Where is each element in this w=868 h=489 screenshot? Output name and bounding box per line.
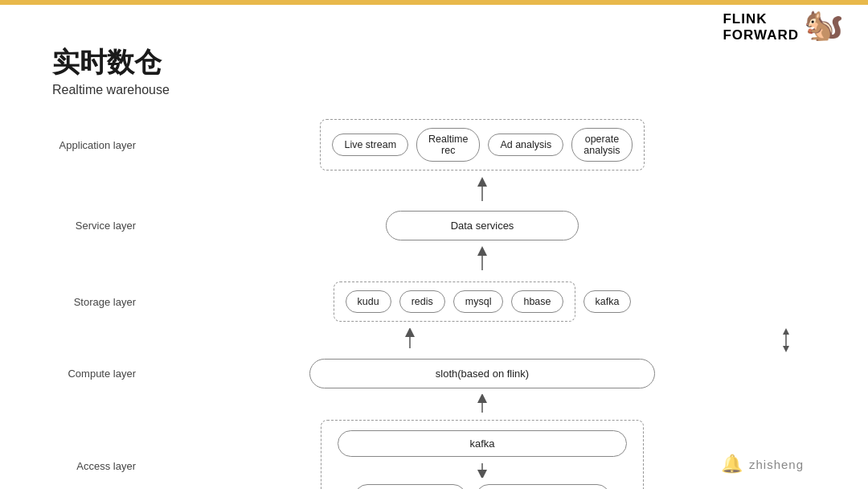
arrow-kafka-down xyxy=(338,463,627,478)
arrow-service-storage xyxy=(149,246,816,274)
application-layer-label: Application layer xyxy=(52,139,149,151)
access-dashed-box: kafka NDC(data transfer) xyxy=(321,420,644,489)
node-operate-analysis: operateanalysis xyxy=(571,128,632,162)
application-dashed-box: Live stream Realtimerec Ad analysis oper… xyxy=(320,119,644,171)
watermark: 🔔 zhisheng xyxy=(721,454,804,475)
node-data-services: Data services xyxy=(386,211,579,240)
node-realtime-rec: Realtimerec xyxy=(416,128,480,162)
watermark-icon: 🔔 xyxy=(721,454,743,475)
compute-layer: Compute layer sloth(based on flink) xyxy=(52,351,816,396)
watermark-text: zhisheng xyxy=(749,458,804,471)
application-layer-content: Live stream Realtimerec Ad analysis oper… xyxy=(149,119,816,171)
node-kafka-access: kafka xyxy=(338,430,627,457)
top-bar xyxy=(0,0,868,5)
access-layer: Access layer kafka xyxy=(52,416,816,489)
logo-area: FLINK FORWARD 🐿️ xyxy=(723,11,844,43)
node-kafka-storage: kafka xyxy=(583,290,632,313)
logo-icon: 🐿️ xyxy=(804,8,844,40)
access-layer-content: kafka NDC(data transfer) xyxy=(149,420,816,489)
node-ad-analysis: Ad analysis xyxy=(488,134,563,156)
node-redis: redis xyxy=(399,290,445,313)
arrow-compute-storage-left xyxy=(149,328,671,352)
logo-line2: FORWARD xyxy=(723,27,799,43)
node-mysql: mysql xyxy=(453,290,504,313)
service-layer-content: Data services xyxy=(149,211,816,240)
compute-layer-content: sloth(based on flink) xyxy=(149,359,816,388)
node-hbase: hbase xyxy=(511,290,563,313)
node-datastream: Datastream(log crawler) xyxy=(476,484,610,489)
storage-layer: Storage layer kudu redis mysql hbase kaf… xyxy=(52,273,816,330)
diagram-area: Application layer Live stream Realtimere… xyxy=(52,113,816,473)
arrow-app-service xyxy=(149,177,816,205)
arrow-kafka-double xyxy=(780,328,792,352)
access-layer-label: Access layer xyxy=(52,460,149,472)
service-layer: Service layer Data services xyxy=(52,203,816,248)
svg-marker-4 xyxy=(783,328,789,335)
logo-line1: FLINK xyxy=(723,11,799,27)
node-kudu: kudu xyxy=(346,290,391,313)
title-english: Realtime warehouse xyxy=(52,83,170,97)
node-ndc: NDC(data transfer) xyxy=(354,484,467,489)
title-area: 实时数仓 Realtime warehouse xyxy=(52,44,170,97)
application-layer: Application layer Live stream Realtimere… xyxy=(52,113,816,177)
arrow-compute-access xyxy=(149,394,816,417)
node-live-stream: Live stream xyxy=(332,134,408,156)
title-chinese: 实时数仓 xyxy=(52,44,170,81)
compute-layer-label: Compute layer xyxy=(52,368,149,380)
storage-dashed-box: kudu redis mysql hbase xyxy=(334,281,575,322)
storage-layer-label: Storage layer xyxy=(52,296,149,308)
node-sloth: sloth(based on flink) xyxy=(309,359,655,388)
service-layer-label: Service layer xyxy=(52,220,149,232)
storage-layer-content: kudu redis mysql hbase kafka xyxy=(149,281,816,322)
access-bottom-nodes: NDC(data transfer) Datastream(log crawle… xyxy=(354,484,611,489)
